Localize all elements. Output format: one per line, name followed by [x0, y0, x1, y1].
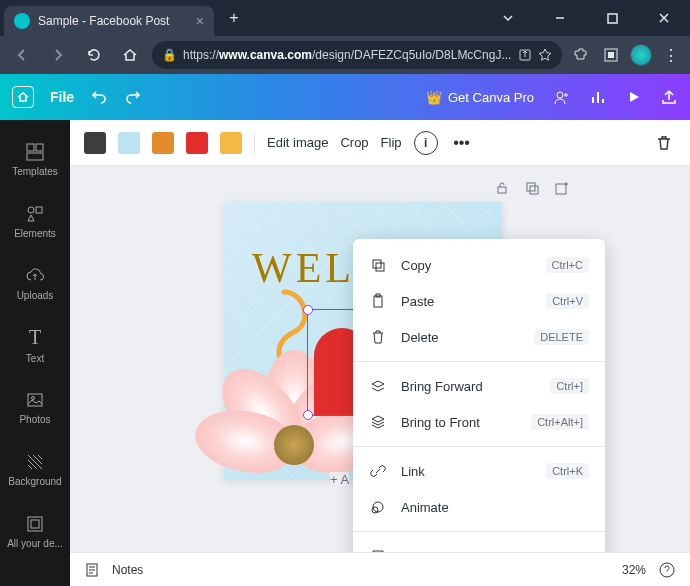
sidebar-item-elements[interactable]: Elements [0, 190, 70, 252]
star-icon[interactable] [538, 48, 552, 62]
ctx-label: Paste [401, 294, 532, 309]
canva-home-button[interactable] [12, 86, 34, 108]
collab-button[interactable] [552, 87, 572, 107]
insights-button[interactable] [590, 88, 608, 106]
help-icon[interactable] [658, 561, 676, 579]
separator [353, 361, 605, 362]
info-icon[interactable]: i [414, 131, 438, 155]
svg-rect-7 [36, 144, 43, 151]
canva-favicon [14, 13, 30, 29]
resize-handle[interactable] [303, 305, 313, 315]
text-icon: T [29, 326, 41, 349]
separator [353, 531, 605, 532]
maximize-button[interactable] [590, 3, 634, 33]
browser-tab[interactable]: Sample - Facebook Post × [4, 6, 214, 36]
duplicate-page-icon[interactable] [524, 180, 540, 196]
svg-rect-10 [36, 207, 42, 213]
forward-icon [369, 377, 387, 395]
svg-rect-16 [527, 183, 535, 191]
browser-address-bar: 🔒 https://www.canva.com/design/DAFEZCq5u… [0, 36, 690, 74]
color-swatch[interactable] [84, 132, 106, 154]
get-pro-button[interactable]: 👑Get Canva Pro [426, 90, 534, 105]
ctx-delete[interactable]: DeleteDELETE [353, 319, 605, 355]
kebab-icon[interactable]: ⋮ [660, 44, 682, 66]
copy-icon [369, 256, 387, 274]
close-window-button[interactable] [642, 3, 686, 33]
chevron-down-icon[interactable] [486, 3, 530, 33]
sidebar-label: Uploads [17, 290, 54, 301]
color-swatch[interactable] [152, 132, 174, 154]
flip-button[interactable]: Flip [381, 135, 402, 150]
new-tab-button[interactable]: + [220, 4, 248, 32]
undo-button[interactable] [90, 88, 108, 106]
home-button[interactable] [116, 41, 144, 69]
profile-avatar[interactable] [630, 44, 652, 66]
color-swatch[interactable] [118, 132, 140, 154]
ctx-copy[interactable]: CopyCtrl+C [353, 247, 605, 283]
sidebar-label: All your de... [7, 538, 63, 549]
add-page-button[interactable]: + A [330, 472, 349, 487]
ctx-animate[interactable]: Animate [353, 489, 605, 525]
sidebar-item-photos[interactable]: Photos [0, 376, 70, 438]
svg-rect-21 [374, 296, 382, 307]
designs-icon [25, 514, 45, 534]
paste-icon [369, 292, 387, 310]
share-icon[interactable] [518, 48, 532, 62]
zoom-level[interactable]: 32% [622, 563, 646, 577]
redo-button[interactable] [124, 88, 142, 106]
separator [254, 131, 255, 155]
extensions-icon[interactable] [570, 44, 592, 66]
ext-box-icon[interactable] [600, 44, 622, 66]
notes-button[interactable]: Notes [112, 563, 143, 577]
svg-rect-13 [28, 517, 42, 531]
ctx-link[interactable]: LinkCtrl+K [353, 453, 605, 489]
ctx-bring-to-front[interactable]: Bring to FrontCtrl+Alt+] [353, 404, 605, 440]
sidebar-item-uploads[interactable]: Uploads [0, 252, 70, 314]
sidebar-label: Templates [12, 166, 58, 177]
more-icon[interactable]: ••• [450, 131, 474, 155]
svg-rect-6 [27, 144, 34, 151]
editor-toolbar: Edit image Crop Flip i ••• [70, 120, 690, 166]
color-swatch[interactable] [186, 132, 208, 154]
svg-rect-19 [373, 260, 381, 268]
separator [353, 446, 605, 447]
ctx-comment[interactable]: Comment [353, 538, 605, 552]
resize-handle[interactable] [303, 410, 313, 420]
color-swatch[interactable] [220, 132, 242, 154]
ctx-label: Copy [401, 258, 532, 273]
share-button[interactable] [660, 88, 678, 106]
sidebar-item-templates[interactable]: Templates [0, 128, 70, 190]
lock-page-icon[interactable] [494, 180, 510, 196]
back-button[interactable] [8, 41, 36, 69]
ctx-key: DELETE [534, 329, 589, 345]
present-button[interactable] [626, 89, 642, 105]
sidebar-item-text[interactable]: TText [0, 314, 70, 376]
minimize-button[interactable] [538, 3, 582, 33]
svg-rect-4 [608, 52, 614, 58]
sidebar-item-background[interactable]: Background [0, 438, 70, 500]
canvas-area[interactable]: WEL + A Copy [70, 166, 690, 552]
file-menu[interactable]: File [50, 89, 74, 105]
bottom-bar: Notes 32% [70, 552, 690, 586]
ctx-label: Animate [401, 500, 589, 515]
ctx-bring-forward[interactable]: Bring ForwardCtrl+] [353, 368, 605, 404]
add-page-icon[interactable] [554, 180, 570, 196]
forward-button[interactable] [44, 41, 72, 69]
notes-icon[interactable] [84, 562, 100, 578]
ctx-key: Ctrl+V [546, 293, 589, 309]
reload-button[interactable] [80, 41, 108, 69]
sidebar-item-designs[interactable]: All your de... [0, 500, 70, 562]
trash-icon[interactable] [652, 131, 676, 155]
ctx-paste[interactable]: PasteCtrl+V [353, 283, 605, 319]
ctx-label: Bring Forward [401, 379, 536, 394]
edit-image-button[interactable]: Edit image [267, 135, 328, 150]
svg-point-24 [372, 507, 378, 513]
close-icon[interactable]: × [196, 13, 204, 29]
address-field[interactable]: 🔒 https://www.canva.com/design/DAFEZCq5u… [152, 41, 562, 69]
ctx-label: Delete [401, 330, 520, 345]
sidebar: Templates Elements Uploads TText Photos … [0, 120, 70, 586]
svg-rect-8 [27, 153, 43, 160]
animate-icon [369, 498, 387, 516]
crop-button[interactable]: Crop [340, 135, 368, 150]
svg-rect-17 [530, 186, 538, 194]
